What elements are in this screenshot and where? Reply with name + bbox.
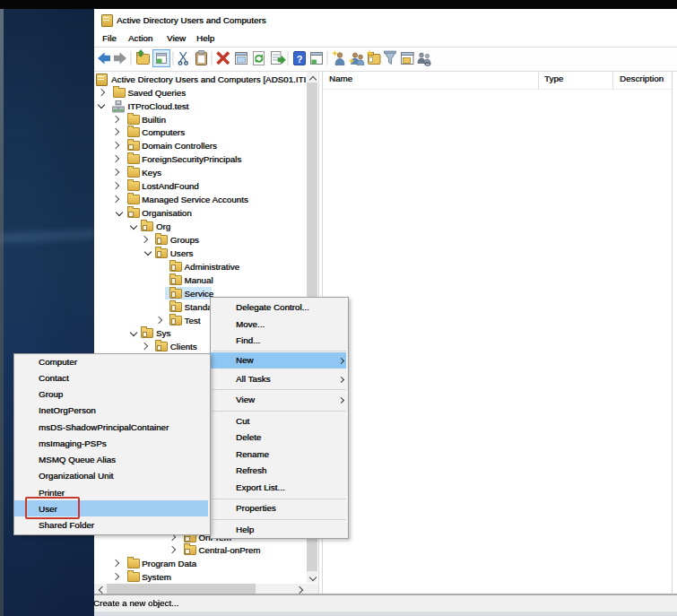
svg-text:?: ?: [297, 54, 303, 65]
